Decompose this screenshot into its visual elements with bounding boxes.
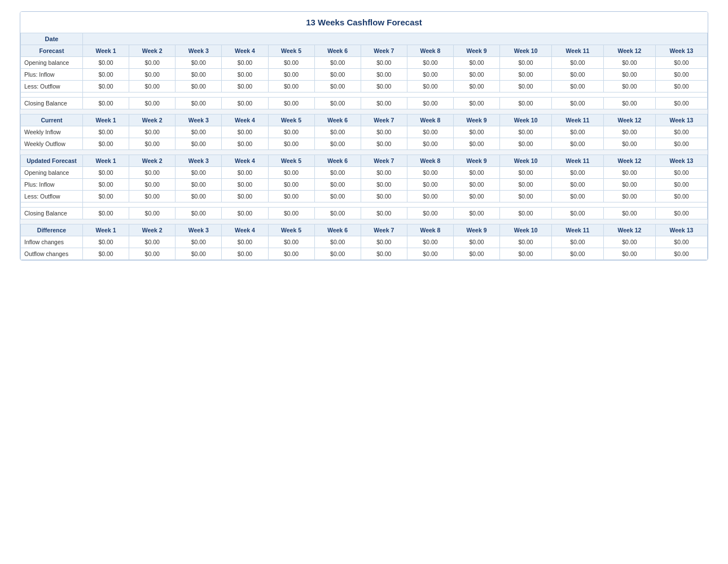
week11-h: Week 11 bbox=[552, 114, 604, 126]
less-outflow-label: Less: Outflow bbox=[21, 81, 83, 92]
table-row: Weekly Outflow $0.00 $0.00 $0.00 $0.00 $… bbox=[21, 138, 708, 150]
cell: $0.00 bbox=[83, 208, 129, 219]
cell: $0.00 bbox=[603, 179, 655, 191]
updated-closing-balance-row: Closing Balance $0.00 $0.00 $0.00 $0.00 … bbox=[21, 208, 708, 219]
cell: $0.00 bbox=[655, 236, 707, 248]
week13-uh: Week 13 bbox=[655, 155, 707, 167]
week2-header: Week 2 bbox=[129, 45, 176, 57]
cell: $0.00 bbox=[268, 69, 314, 81]
cell: $0.00 bbox=[500, 57, 552, 69]
week3-header: Week 3 bbox=[176, 45, 222, 57]
week3-uh: Week 3 bbox=[176, 155, 222, 167]
cell: $0.00 bbox=[176, 208, 222, 219]
cell: $0.00 bbox=[500, 81, 552, 92]
closing-balance-row: Closing Balance $0.00 $0.00 $0.00 $0.00 … bbox=[21, 98, 708, 109]
cell: $0.00 bbox=[361, 69, 407, 81]
week3-h: Week 3 bbox=[176, 114, 222, 126]
week12-h: Week 12 bbox=[603, 114, 655, 126]
cell: $0.00 bbox=[268, 191, 314, 202]
cell: $0.00 bbox=[129, 57, 176, 69]
cell: $0.00 bbox=[268, 248, 314, 260]
week8-dh: Week 8 bbox=[407, 224, 453, 236]
week3-dh: Week 3 bbox=[176, 224, 222, 236]
cell: $0.00 bbox=[407, 236, 453, 248]
table-row bbox=[21, 202, 708, 208]
week1-uh: Week 1 bbox=[83, 155, 129, 167]
cell: $0.00 bbox=[314, 57, 361, 69]
cell: $0.00 bbox=[552, 81, 604, 92]
cell: $0.00 bbox=[222, 57, 268, 69]
cell: $0.00 bbox=[268, 236, 314, 248]
cell: $0.00 bbox=[314, 69, 361, 81]
cell: $0.00 bbox=[268, 57, 314, 69]
cell: $0.00 bbox=[603, 138, 655, 150]
cell: $0.00 bbox=[268, 167, 314, 179]
cell: $0.00 bbox=[361, 208, 407, 219]
week1-dh: Week 1 bbox=[83, 224, 129, 236]
cell: $0.00 bbox=[176, 138, 222, 150]
cell: $0.00 bbox=[129, 236, 176, 248]
table-row: Plus: Inflow $0.00 $0.00 $0.00 $0.00 $0.… bbox=[21, 179, 708, 191]
cell: $0.00 bbox=[222, 98, 268, 109]
table-row bbox=[21, 92, 708, 98]
cell: $0.00 bbox=[361, 236, 407, 248]
difference-section-header: Difference Week 1 Week 2 Week 3 Week 4 W… bbox=[21, 224, 708, 236]
cell: $0.00 bbox=[500, 138, 552, 150]
week2-uh: Week 2 bbox=[129, 155, 176, 167]
week7-dh: Week 7 bbox=[361, 224, 407, 236]
cell: $0.00 bbox=[454, 236, 500, 248]
cell: $0.00 bbox=[222, 236, 268, 248]
cell: $0.00 bbox=[407, 167, 453, 179]
cell: $0.00 bbox=[454, 208, 500, 219]
cell: $0.00 bbox=[83, 98, 129, 109]
cell: $0.00 bbox=[314, 126, 361, 138]
cell: $0.00 bbox=[407, 81, 453, 92]
week1-h: Week 1 bbox=[83, 114, 129, 126]
cell: $0.00 bbox=[552, 208, 604, 219]
cell: $0.00 bbox=[407, 248, 453, 260]
cell: $0.00 bbox=[129, 208, 176, 219]
cell: $0.00 bbox=[454, 126, 500, 138]
cell: $0.00 bbox=[552, 69, 604, 81]
table-row: Weekly Inflow $0.00 $0.00 $0.00 $0.00 $0… bbox=[21, 126, 708, 138]
week12-dh: Week 12 bbox=[603, 224, 655, 236]
cell: $0.00 bbox=[83, 191, 129, 202]
week13-header: Week 13 bbox=[655, 45, 707, 57]
cell: $0.00 bbox=[603, 69, 655, 81]
cell: $0.00 bbox=[222, 208, 268, 219]
cell: $0.00 bbox=[361, 179, 407, 191]
cell: $0.00 bbox=[407, 138, 453, 150]
cell: $0.00 bbox=[129, 248, 176, 260]
cell: $0.00 bbox=[176, 236, 222, 248]
week6-uh: Week 6 bbox=[314, 155, 361, 167]
plus-inflow-label: Plus: Inflow bbox=[21, 69, 83, 81]
cell: $0.00 bbox=[500, 98, 552, 109]
table-row: Less: Outflow $0.00 $0.00 $0.00 $0.00 $0… bbox=[21, 191, 708, 202]
cell: $0.00 bbox=[603, 191, 655, 202]
cell: $0.00 bbox=[361, 138, 407, 150]
cell: $0.00 bbox=[268, 98, 314, 109]
cell: $0.00 bbox=[655, 138, 707, 150]
week10-uh: Week 10 bbox=[500, 155, 552, 167]
outflow-changes-label: Outflow changes bbox=[21, 248, 83, 260]
cell: $0.00 bbox=[500, 236, 552, 248]
cell: $0.00 bbox=[655, 126, 707, 138]
cell: $0.00 bbox=[454, 179, 500, 191]
cell: $0.00 bbox=[500, 191, 552, 202]
cell: $0.00 bbox=[603, 126, 655, 138]
cell: $0.00 bbox=[552, 179, 604, 191]
weekly-outflow-label: Weekly Outflow bbox=[21, 138, 83, 150]
cell: $0.00 bbox=[176, 81, 222, 92]
cell: $0.00 bbox=[176, 248, 222, 260]
cell: $0.00 bbox=[603, 208, 655, 219]
cell: $0.00 bbox=[361, 248, 407, 260]
cell: $0.00 bbox=[129, 138, 176, 150]
week7-header: Week 7 bbox=[361, 45, 407, 57]
cell: $0.00 bbox=[407, 179, 453, 191]
updated-forecast-header: Updated Forecast Week 1 Week 2 Week 3 We… bbox=[21, 155, 708, 167]
cell: $0.00 bbox=[361, 167, 407, 179]
main-container: 13 Weeks Cashflow Forecast Date Forecast… bbox=[20, 11, 708, 261]
week9-uh: Week 9 bbox=[454, 155, 500, 167]
cell: $0.00 bbox=[83, 81, 129, 92]
cell: $0.00 bbox=[407, 126, 453, 138]
